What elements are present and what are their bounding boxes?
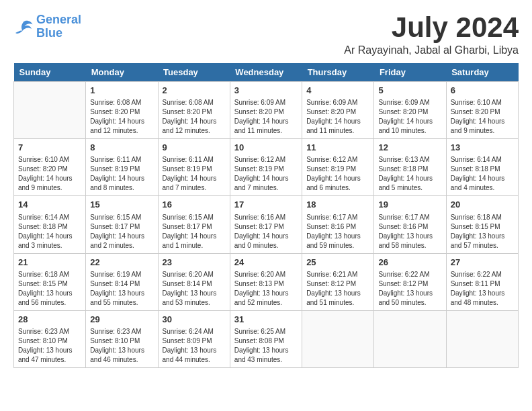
day-info: Sunrise: 6:20 AM Sunset: 8:13 PM Dayligh… (234, 270, 298, 308)
calendar-cell: 9Sunrise: 6:11 AM Sunset: 8:19 PM Daylig… (158, 139, 230, 196)
day-number: 20 (451, 199, 514, 211)
calendar-cell: 20Sunrise: 6:18 AM Sunset: 8:15 PM Dayli… (446, 196, 518, 253)
calendar-cell: 26Sunrise: 6:22 AM Sunset: 8:12 PM Dayli… (374, 253, 446, 310)
calendar-cell: 17Sunrise: 6:16 AM Sunset: 8:17 PM Dayli… (230, 196, 302, 253)
weekday-header-wednesday: Wednesday (230, 63, 302, 82)
day-info: Sunrise: 6:14 AM Sunset: 8:18 PM Dayligh… (18, 213, 81, 250)
day-info: Sunrise: 6:18 AM Sunset: 8:15 PM Dayligh… (18, 270, 81, 308)
day-number: 11 (306, 142, 369, 154)
logo-line2: Blue (36, 26, 62, 40)
day-info: Sunrise: 6:11 AM Sunset: 8:19 PM Dayligh… (163, 155, 226, 193)
logo-line1: General (36, 13, 81, 26)
day-number: 17 (234, 199, 298, 211)
day-info: Sunrise: 6:13 AM Sunset: 8:18 PM Dayligh… (378, 155, 441, 193)
day-info: Sunrise: 6:24 AM Sunset: 8:09 PM Dayligh… (163, 327, 226, 365)
week-row-1: 1Sunrise: 6:08 AM Sunset: 8:20 PM Daylig… (14, 82, 519, 139)
calendar-cell: 7Sunrise: 6:10 AM Sunset: 8:20 PM Daylig… (14, 139, 86, 196)
day-number: 27 (451, 257, 514, 269)
day-info: Sunrise: 6:22 AM Sunset: 8:12 PM Dayligh… (378, 270, 441, 308)
day-number: 13 (451, 142, 514, 154)
calendar-cell: 22Sunrise: 6:19 AM Sunset: 8:14 PM Dayli… (86, 253, 158, 310)
day-info: Sunrise: 6:15 AM Sunset: 8:17 PM Dayligh… (90, 213, 153, 250)
day-number: 8 (90, 142, 153, 154)
day-info: Sunrise: 6:23 AM Sunset: 8:10 PM Dayligh… (90, 327, 153, 365)
day-number: 12 (378, 142, 441, 154)
calendar-cell: 6Sunrise: 6:10 AM Sunset: 8:20 PM Daylig… (446, 82, 518, 139)
weekday-header-tuesday: Tuesday (158, 63, 230, 82)
calendar-cell: 28Sunrise: 6:23 AM Sunset: 8:10 PM Dayli… (14, 310, 86, 367)
calendar-cell: 25Sunrise: 6:21 AM Sunset: 8:12 PM Dayli… (302, 253, 374, 310)
day-number: 3 (234, 85, 298, 97)
calendar-cell (14, 82, 86, 139)
day-number: 7 (18, 142, 81, 154)
day-info: Sunrise: 6:09 AM Sunset: 8:20 PM Dayligh… (306, 98, 369, 136)
location-title: Ar Rayayinah, Jabal al Gharbi, Libya (344, 44, 519, 56)
day-info: Sunrise: 6:19 AM Sunset: 8:14 PM Dayligh… (90, 270, 153, 308)
day-number: 30 (163, 314, 226, 326)
calendar-cell: 2Sunrise: 6:08 AM Sunset: 8:20 PM Daylig… (158, 82, 230, 139)
calendar-table: SundayMondayTuesdayWednesdayThursdayFrid… (13, 63, 519, 368)
day-info: Sunrise: 6:17 AM Sunset: 8:16 PM Dayligh… (378, 213, 441, 250)
calendar-cell: 11Sunrise: 6:12 AM Sunset: 8:19 PM Dayli… (302, 139, 374, 196)
day-number: 24 (234, 257, 298, 269)
week-row-3: 14Sunrise: 6:14 AM Sunset: 8:18 PM Dayli… (14, 196, 519, 253)
calendar-cell: 1Sunrise: 6:08 AM Sunset: 8:20 PM Daylig… (86, 82, 158, 139)
logo-icon (13, 17, 34, 37)
day-number: 22 (90, 257, 153, 269)
calendar-cell: 5Sunrise: 6:09 AM Sunset: 8:20 PM Daylig… (374, 82, 446, 139)
day-number: 15 (90, 199, 153, 211)
day-number: 19 (378, 199, 441, 211)
day-number: 16 (163, 199, 226, 211)
weekday-header-row: SundayMondayTuesdayWednesdayThursdayFrid… (14, 63, 519, 82)
day-info: Sunrise: 6:11 AM Sunset: 8:19 PM Dayligh… (90, 155, 153, 193)
calendar-cell: 13Sunrise: 6:14 AM Sunset: 8:18 PM Dayli… (446, 139, 518, 196)
weekday-header-monday: Monday (86, 63, 158, 82)
day-info: Sunrise: 6:12 AM Sunset: 8:19 PM Dayligh… (234, 155, 298, 193)
day-info: Sunrise: 6:08 AM Sunset: 8:20 PM Dayligh… (163, 98, 226, 136)
calendar-cell: 4Sunrise: 6:09 AM Sunset: 8:20 PM Daylig… (302, 82, 374, 139)
calendar-cell: 10Sunrise: 6:12 AM Sunset: 8:19 PM Dayli… (230, 139, 302, 196)
day-info: Sunrise: 6:15 AM Sunset: 8:17 PM Dayligh… (163, 213, 226, 250)
day-info: Sunrise: 6:21 AM Sunset: 8:12 PM Dayligh… (306, 270, 369, 308)
day-info: Sunrise: 6:16 AM Sunset: 8:17 PM Dayligh… (234, 213, 298, 250)
calendar-cell: 29Sunrise: 6:23 AM Sunset: 8:10 PM Dayli… (86, 310, 158, 367)
weekday-header-sunday: Sunday (14, 63, 86, 82)
day-number: 6 (451, 85, 514, 97)
calendar-cell: 21Sunrise: 6:18 AM Sunset: 8:15 PM Dayli… (14, 253, 86, 310)
calendar-cell: 30Sunrise: 6:24 AM Sunset: 8:09 PM Dayli… (158, 310, 230, 367)
calendar-cell: 24Sunrise: 6:20 AM Sunset: 8:13 PM Dayli… (230, 253, 302, 310)
day-info: Sunrise: 6:17 AM Sunset: 8:16 PM Dayligh… (306, 213, 369, 250)
day-number: 18 (306, 199, 369, 211)
day-number: 23 (163, 257, 226, 269)
day-info: Sunrise: 6:12 AM Sunset: 8:19 PM Dayligh… (306, 155, 369, 193)
day-number: 25 (306, 257, 369, 269)
calendar-cell: 12Sunrise: 6:13 AM Sunset: 8:18 PM Dayli… (374, 139, 446, 196)
day-number: 1 (90, 85, 153, 97)
calendar-cell (374, 310, 446, 367)
day-number: 28 (18, 314, 81, 326)
day-info: Sunrise: 6:18 AM Sunset: 8:15 PM Dayligh… (451, 213, 514, 250)
day-info: Sunrise: 6:23 AM Sunset: 8:10 PM Dayligh… (18, 327, 81, 365)
day-number: 9 (163, 142, 226, 154)
calendar-cell: 14Sunrise: 6:14 AM Sunset: 8:18 PM Dayli… (14, 196, 86, 253)
day-number: 10 (234, 142, 298, 154)
calendar-cell: 18Sunrise: 6:17 AM Sunset: 8:16 PM Dayli… (302, 196, 374, 253)
calendar-cell: 16Sunrise: 6:15 AM Sunset: 8:17 PM Dayli… (158, 196, 230, 253)
calendar-cell: 31Sunrise: 6:25 AM Sunset: 8:08 PM Dayli… (230, 310, 302, 367)
week-row-2: 7Sunrise: 6:10 AM Sunset: 8:20 PM Daylig… (14, 139, 519, 196)
day-info: Sunrise: 6:10 AM Sunset: 8:20 PM Dayligh… (18, 155, 81, 193)
weekday-header-saturday: Saturday (446, 63, 518, 82)
calendar-cell (302, 310, 374, 367)
day-info: Sunrise: 6:09 AM Sunset: 8:20 PM Dayligh… (378, 98, 441, 136)
title-area: July 2024 Ar Rayayinah, Jabal al Gharbi,… (344, 13, 519, 56)
calendar-cell: 3Sunrise: 6:09 AM Sunset: 8:20 PM Daylig… (230, 82, 302, 139)
calendar-cell: 23Sunrise: 6:20 AM Sunset: 8:14 PM Dayli… (158, 253, 230, 310)
day-number: 2 (163, 85, 226, 97)
month-title: July 2024 (344, 13, 519, 42)
day-number: 29 (90, 314, 153, 326)
weekday-header-friday: Friday (374, 63, 446, 82)
calendar-cell: 8Sunrise: 6:11 AM Sunset: 8:19 PM Daylig… (86, 139, 158, 196)
weekday-header-thursday: Thursday (302, 63, 374, 82)
day-info: Sunrise: 6:25 AM Sunset: 8:08 PM Dayligh… (234, 327, 298, 365)
calendar-cell: 27Sunrise: 6:22 AM Sunset: 8:11 PM Dayli… (446, 253, 518, 310)
